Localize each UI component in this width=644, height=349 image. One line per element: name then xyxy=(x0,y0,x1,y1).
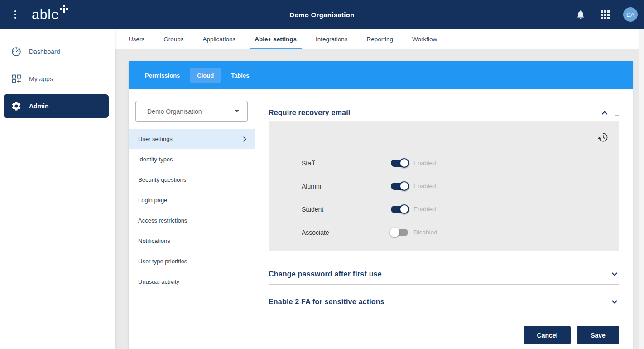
settings-nav-label: Access restrictions xyxy=(138,217,187,224)
page-title: Demo Organisation xyxy=(0,11,644,19)
staff-toggle[interactable] xyxy=(391,160,408,167)
settings-nav-label: Notifications xyxy=(138,238,170,244)
alumni-toggle[interactable] xyxy=(391,183,408,190)
settings-nav-label: User type priorities xyxy=(138,258,187,265)
organisation-select-value: Demo Organisation xyxy=(147,108,202,115)
toggle-row-alumni: Alumni Enabled xyxy=(269,174,619,198)
top-bar: able Demo Organisation DA xyxy=(0,0,644,29)
settings-nav-login-page[interactable]: Login page xyxy=(129,190,255,210)
sub-tab-bar: Permissions Cloud Tables xyxy=(129,61,633,89)
settings-nav-user-settings[interactable]: User settings xyxy=(129,129,255,149)
toggle-status: Enabled xyxy=(413,183,436,189)
settings-content-column: Require recovery email xyxy=(255,89,633,349)
toggle-status: Disabled xyxy=(413,229,437,236)
section-title: Change password after first use xyxy=(269,270,382,278)
admin-tab-bar: Users Groups Applications Able+ settings… xyxy=(115,29,644,49)
toggle-label: Staff xyxy=(302,160,391,167)
toggle-status: Enabled xyxy=(413,160,436,166)
subtab-tables[interactable]: Tables xyxy=(224,68,256,83)
tab-users[interactable]: Users xyxy=(119,29,154,49)
sidebar-item-label: Dashboard xyxy=(29,48,60,55)
student-toggle[interactable] xyxy=(391,206,408,213)
cancel-button[interactable]: Cancel xyxy=(524,326,571,344)
tab-able-settings[interactable]: Able+ settings xyxy=(245,29,306,49)
settings-nav-label: Security questions xyxy=(138,176,186,183)
subtab-permissions[interactable]: Permissions xyxy=(138,68,187,83)
settings-nav-unusual-activity[interactable]: Unusual activity xyxy=(129,271,255,292)
drag-dash xyxy=(615,115,619,116)
gear-icon xyxy=(4,101,29,111)
toggle-label: Alumni xyxy=(302,183,391,190)
section-enable-2fa: Enable 2 FA for sensitive actions xyxy=(269,296,619,312)
settings-nav-column: Demo Organisation User settings Identity… xyxy=(129,89,255,349)
tab-reporting[interactable]: Reporting xyxy=(357,29,403,49)
settings-card: Permissions Cloud Tables Demo Organisati… xyxy=(129,61,633,349)
sidebar-item-label: Admin xyxy=(29,102,49,110)
section-change-password: Change password after first use xyxy=(269,269,619,285)
tab-workflow[interactable]: Workflow xyxy=(403,29,447,49)
settings-nav-label: Login page xyxy=(138,197,167,204)
history-icon[interactable] xyxy=(597,131,609,145)
settings-nav-notifications[interactable]: Notifications xyxy=(129,231,255,251)
sidebar-item-admin[interactable]: Admin xyxy=(4,94,109,118)
section-title: Require recovery email xyxy=(269,109,351,117)
chevron-down-icon[interactable] xyxy=(610,270,619,279)
toggle-row-associate: Associate Disabled xyxy=(269,221,619,244)
apps-plus-icon xyxy=(4,73,29,84)
settings-nav-access-restrictions[interactable]: Access restrictions xyxy=(129,210,255,231)
main-region: Users Groups Applications Able+ settings… xyxy=(115,29,644,349)
save-button[interactable]: Save xyxy=(577,326,619,344)
action-button-row: Cancel Save xyxy=(269,326,619,344)
toggle-row-staff: Staff Enabled xyxy=(269,151,619,174)
settings-nav-label: User settings xyxy=(138,136,173,142)
associate-toggle[interactable] xyxy=(391,229,408,236)
subtab-cloud[interactable]: Cloud xyxy=(190,68,221,83)
sidebar-item-my-apps[interactable]: My apps xyxy=(4,67,109,91)
caret-down-icon xyxy=(235,110,239,112)
toggle-row-student: Student Enabled xyxy=(269,198,619,221)
organisation-select[interactable]: Demo Organisation xyxy=(135,101,248,122)
dashboard-gauge-icon xyxy=(4,46,29,57)
sidebar: Dashboard My apps Admin xyxy=(0,29,115,349)
require-recovery-email-panel: Staff Enabled Alumni Enabled Student xyxy=(269,121,619,251)
chevron-up-icon[interactable] xyxy=(600,108,609,117)
tab-groups[interactable]: Groups xyxy=(154,29,193,49)
settings-nav-security-questions[interactable]: Security questions xyxy=(129,170,255,190)
settings-nav-identity-types[interactable]: Identity types xyxy=(129,149,255,170)
avatar[interactable]: DA xyxy=(623,7,638,22)
section-title: Enable 2 FA for sensitive actions xyxy=(269,298,384,306)
toggle-status: Enabled xyxy=(413,206,436,213)
tab-integrations[interactable]: Integrations xyxy=(306,29,357,49)
scrollbar[interactable] xyxy=(639,29,644,349)
sidebar-item-label: My apps xyxy=(29,75,53,82)
chevron-down-icon[interactable] xyxy=(610,297,619,306)
section-require-recovery-email-header: Require recovery email xyxy=(269,104,619,121)
sidebar-item-dashboard[interactable]: Dashboard xyxy=(4,40,109,63)
toggle-label: Student xyxy=(302,206,391,213)
tab-applications[interactable]: Applications xyxy=(193,29,245,49)
settings-nav-label: Identity types xyxy=(138,156,173,163)
chevron-right-icon xyxy=(241,136,248,143)
settings-nav-label: Unusual activity xyxy=(138,278,179,285)
bell-icon[interactable] xyxy=(574,8,587,21)
apps-grid-icon[interactable] xyxy=(599,8,611,21)
settings-nav-user-type-priorities[interactable]: User type priorities xyxy=(129,251,255,271)
toggle-label: Associate xyxy=(302,229,391,236)
